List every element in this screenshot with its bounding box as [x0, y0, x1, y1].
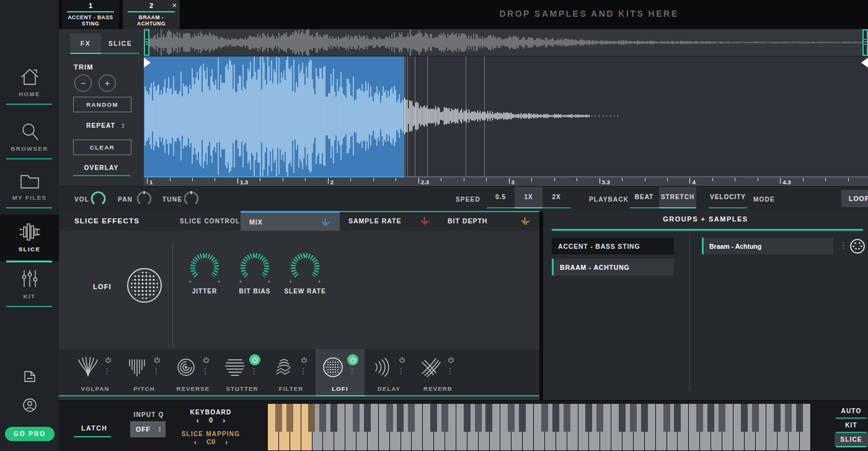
power-icon[interactable] — [298, 354, 309, 365]
effect-module-delay[interactable]: ⋮ DELAY — [365, 349, 414, 396]
piano-black-key[interactable] — [386, 404, 393, 432]
trim-plus-button[interactable]: + — [99, 74, 116, 92]
tab-slice[interactable]: SLICE — [101, 33, 140, 53]
vol-knob[interactable] — [90, 190, 107, 207]
jitter-knob[interactable]: JITTER — [182, 248, 227, 295]
piano-black-key[interactable] — [319, 404, 326, 432]
sidebar-item-browser[interactable]: BROWSER — [0, 122, 59, 152]
lofi-sphere-knob[interactable] — [126, 267, 163, 304]
module-menu-icon[interactable]: ⋮ — [153, 368, 160, 375]
effect-module-volpan[interactable]: ⋮ VOLPAN — [71, 349, 120, 396]
effect-module-reverb[interactable]: ⋮ REVERB — [414, 349, 463, 396]
piano-black-key[interactable] — [696, 404, 703, 432]
tune-knob[interactable] — [183, 190, 200, 207]
piano-black-key[interactable] — [585, 404, 592, 432]
slew-rate-knob[interactable]: SLEW RATE — [283, 248, 327, 295]
sample-menu-icon[interactable]: ⋮ — [839, 241, 848, 250]
power-icon[interactable] — [347, 354, 358, 365]
playback-option-beat[interactable]: BEAT — [629, 187, 659, 207]
effect-module-filter[interactable]: ⋮ FILTER — [267, 349, 316, 396]
piano-black-key[interactable] — [707, 404, 714, 432]
power-icon[interactable] — [249, 354, 260, 365]
effect-tab-mix[interactable]: MIX — [241, 211, 340, 231]
repeat-control[interactable]: REPEAT ▲▼ — [86, 122, 125, 129]
piano-black-key[interactable] — [774, 404, 781, 432]
piano-black-key[interactable] — [674, 404, 681, 432]
repeat-spinner[interactable]: ▲▼ — [122, 123, 125, 129]
piano-black-key[interactable] — [519, 404, 526, 432]
mode-select[interactable]: LOOP ▲▼ — [841, 190, 868, 207]
tab-fx[interactable]: FX — [70, 33, 101, 53]
effect-tab-sample-rate[interactable]: SAMPLE RATE — [340, 211, 439, 231]
bit-bias-knob[interactable]: BIT BIAS — [232, 248, 277, 295]
group-item[interactable]: BRAAM - ACHTUNG — [552, 259, 674, 275]
effect-module-reverse[interactable]: ⋮ REVERSE — [169, 349, 218, 396]
clear-button[interactable]: CLEAR — [73, 140, 131, 155]
power-icon[interactable] — [200, 354, 211, 365]
module-menu-icon[interactable]: ⋮ — [348, 368, 356, 375]
save-kit-button[interactable] — [22, 369, 37, 384]
sidebar-item-slice[interactable]: SLICE — [0, 215, 59, 261]
piano-black-key[interactable] — [785, 404, 792, 432]
selection-end-handle[interactable] — [861, 58, 868, 68]
midi-icon[interactable] — [849, 238, 866, 254]
module-menu-icon[interactable]: ⋮ — [299, 368, 307, 375]
speed-option-1x[interactable]: 1X — [515, 187, 542, 207]
module-menu-icon[interactable]: ⋮ — [250, 368, 258, 375]
power-icon[interactable] — [102, 354, 113, 365]
account-button[interactable] — [22, 398, 37, 413]
module-menu-icon[interactable]: ⋮ — [397, 368, 405, 375]
piano-black-key[interactable] — [719, 404, 725, 432]
piano-black-key[interactable] — [741, 404, 748, 432]
power-icon[interactable] — [396, 354, 407, 365]
piano-black-key[interactable] — [330, 404, 337, 432]
speed-option-2x[interactable]: 2X — [542, 187, 570, 207]
power-icon[interactable] — [151, 354, 162, 365]
keyboard-shift-left[interactable]: ‹ — [197, 417, 199, 424]
piano-black-key[interactable] — [630, 404, 637, 432]
waveform-main[interactable] — [144, 56, 868, 176]
piano-black-key[interactable] — [464, 404, 471, 432]
piano-black-key[interactable] — [796, 404, 803, 432]
playback-option-stretch[interactable]: STRETCH — [659, 187, 696, 207]
overview-right-handle[interactable] — [862, 29, 868, 56]
pan-knob[interactable] — [136, 190, 153, 207]
sidebar-item-home[interactable]: HOME — [0, 67, 59, 97]
velocity-toggle[interactable]: VELOCITY — [709, 187, 747, 207]
go-pro-button[interactable]: GO PRO — [5, 427, 55, 441]
waveform-overview[interactable] — [144, 29, 868, 56]
piano-black-key[interactable] — [663, 404, 670, 432]
effect-module-lofi[interactable]: ⋮ LOFI — [316, 349, 365, 396]
piano-black-key[interactable] — [552, 404, 559, 432]
sample-tab-1[interactable]: 1 ACCENT - BASS STING — [62, 0, 119, 29]
sample-tab-2[interactable]: 2 × BRAAM - ACHTUNG — [123, 0, 180, 29]
sample-item[interactable]: Braam - Achtung — [702, 238, 833, 254]
piano-black-key[interactable] — [397, 404, 404, 432]
piano-black-key[interactable] — [475, 404, 482, 432]
effect-tab-bit-depth[interactable]: BIT DEPTH — [439, 211, 539, 231]
overview-left-handle[interactable] — [144, 29, 149, 56]
piano-black-key[interactable] — [485, 404, 492, 432]
piano-black-key[interactable] — [508, 404, 515, 432]
overlay-button[interactable]: OVERLAY — [59, 164, 144, 171]
trim-minus-button[interactable]: − — [74, 74, 92, 92]
sidebar-item-my-files[interactable]: MY FILES — [0, 172, 59, 201]
mapping-mode-slice[interactable]: SLICE — [835, 433, 868, 446]
piano-black-key[interactable] — [353, 404, 360, 432]
slice-mapping-right[interactable]: › — [225, 439, 228, 445]
module-menu-icon[interactable]: ⋮ — [202, 368, 209, 375]
piano-black-key[interactable] — [541, 404, 548, 432]
slice-mapping-left[interactable]: ‹ — [194, 439, 197, 445]
effect-module-pitch[interactable]: ⋮ PITCH — [120, 349, 169, 396]
keyboard-shift-right[interactable]: › — [223, 417, 225, 424]
piano-keyboard[interactable] — [268, 404, 811, 451]
power-icon[interactable] — [445, 354, 456, 365]
piano-black-key[interactable] — [641, 404, 648, 432]
piano-black-key[interactable] — [286, 404, 293, 432]
mapping-mode-auto[interactable]: AUTO — [835, 404, 868, 418]
piano-black-key[interactable] — [441, 404, 448, 432]
effect-module-stutter[interactable]: ⋮ STUTTER — [218, 349, 267, 396]
piano-black-key[interactable] — [364, 404, 371, 432]
slice-controls-label[interactable]: SLICE CONTROLS — [180, 218, 245, 225]
piano-black-key[interactable] — [408, 404, 415, 432]
